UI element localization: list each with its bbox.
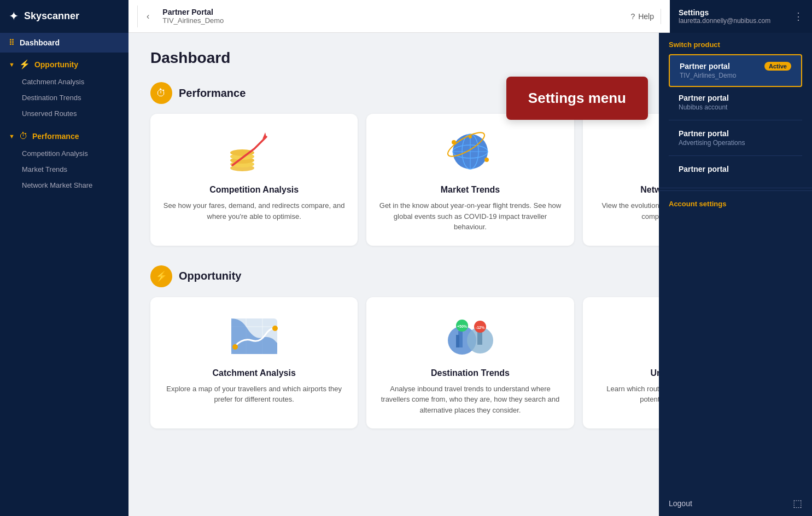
sidebar-opportunity-items: Catchment Analysis Destination Trends Un… [0, 73, 128, 125]
chevron-down-icon: ▼ [9, 61, 15, 68]
svg-text:+50%: +50% [457, 324, 468, 328]
svg-rect-25 [456, 335, 459, 347]
portal-info: Partner Portal TIV_Airlines_Demo [149, 8, 624, 25]
sidebar-item-catchment-analysis[interactable]: Catchment Analysis [22, 74, 128, 90]
opportunity-section-icon: ⚡ [150, 265, 172, 287]
brand: ✦ Skyscanner [0, 0, 128, 33]
settings-dots-icon: ⋮ [793, 10, 803, 22]
card-catchment-analysis[interactable]: Catchment Analysis Explore a map of your… [150, 297, 358, 429]
sp-item-partner-portal-1[interactable]: Partner portal Active TIV_Airlines_Demo [669, 54, 802, 87]
topbar-right: ? Help Settings lauretta.donnelly@nubibu… [624, 0, 812, 33]
competition-analysis-desc: See how your fares, demand, and redirect… [161, 200, 347, 222]
sp-main-divider [659, 190, 812, 191]
clock-icon: ⏱ [19, 131, 28, 141]
brand-title: Skyscanner [24, 10, 79, 22]
logout-button[interactable]: Logout ⬚ [659, 491, 812, 516]
sidebar-opportunity-header[interactable]: ▼ ⚡ Opportunity [0, 53, 128, 73]
help-label: Help [638, 12, 654, 21]
sidebar-item-competition-analysis[interactable]: Competition Analysis [22, 146, 128, 161]
opportunity-section-title: Opportunity [179, 270, 241, 282]
destination-trends-illustration: +50% -12% [443, 310, 498, 360]
sidebar: ⠿ Dashboard ▼ ⚡ Opportunity Catchment An… [0, 33, 128, 516]
sp-divider-2 [669, 155, 802, 156]
sidebar-item-network-market-share[interactable]: Network Market Share [22, 177, 128, 193]
sidebar-item-unserved-routes[interactable]: Unserved Routes [22, 106, 128, 121]
svg-point-22 [272, 326, 278, 331]
sp-item-3-title: Partner portal [679, 129, 792, 138]
help-icon: ? [630, 12, 635, 21]
sp-divider-1 [669, 120, 802, 120]
clock-section-icon: ⏱ [156, 88, 166, 99]
sidebar-opportunity-label: Opportunity [34, 60, 78, 69]
help-button[interactable]: ? Help [624, 9, 661, 24]
logout-icon: ⬚ [793, 497, 802, 509]
sp-item-1-title: Partner portal Active [680, 62, 791, 71]
sp-item-2-title: Partner portal [679, 94, 792, 102]
sidebar-item-market-trends[interactable]: Market Trends [22, 161, 128, 177]
sp-item-partner-portal-4[interactable]: Partner portal [669, 158, 802, 180]
market-trends-illustration [443, 127, 498, 176]
layout: ⠿ Dashboard ▼ ⚡ Opportunity Catchment An… [0, 33, 812, 516]
sidebar-performance-label: Performance [32, 132, 79, 141]
card-market-trends[interactable]: Market Trends Get in the know about year… [366, 114, 574, 246]
sidebar-item-dashboard[interactable]: ⠿ Dashboard [0, 33, 128, 53]
sp-item-partner-portal-2[interactable]: Partner portal Nubibus account [669, 87, 802, 118]
settings-info: Settings lauretta.donnelly@nubibus.com [679, 8, 770, 25]
sidebar-performance-items: Competition Analysis Market Trends Netwo… [0, 144, 128, 196]
main-content: Dashboard Settings menu ⏱ Performance [128, 33, 812, 516]
settings-button[interactable]: Settings lauretta.donnelly@nubibus.com ⋮ [670, 0, 812, 33]
sp-item-4-title: Partner portal [679, 165, 792, 173]
brand-logo: ✦ [9, 9, 19, 24]
destination-trends-desc: Analyse inbound travel trends to underst… [377, 384, 563, 416]
sp-active-badge: Active [764, 62, 791, 71]
svg-point-21 [232, 344, 238, 350]
svg-point-14 [469, 135, 472, 138]
portal-account: TIV_Airlines_Demo [162, 16, 611, 25]
settings-menu-button[interactable]: Settings menu [506, 77, 648, 120]
account-settings-button[interactable]: Account settings [659, 193, 812, 214]
sidebar-dashboard-label: Dashboard [20, 38, 60, 47]
sidebar-item-destination-trends[interactable]: Destination Trends [22, 90, 128, 106]
settings-email: lauretta.donnelly@nubibus.com [679, 17, 770, 25]
svg-text:-12%: -12% [476, 326, 485, 329]
switch-product-section: Switch product Partner portal Active TIV… [659, 33, 812, 188]
competition-analysis-illustration [227, 127, 282, 176]
sp-item-3-sub: Advertising Operations [679, 139, 792, 147]
sp-item-partner-portal-3[interactable]: Partner portal Advertising Operations [669, 123, 802, 153]
card-destination-trends[interactable]: +50% -12% Destination Trends Analyse inb… [366, 297, 574, 429]
grid-icon: ⠿ [9, 38, 14, 47]
competition-analysis-title: Competition Analysis [209, 185, 299, 195]
logout-label: Logout [669, 499, 692, 508]
settings-label: Settings [679, 8, 770, 17]
lightning-icon: ⚡ [19, 59, 30, 69]
switch-product-label: Switch product [669, 40, 802, 49]
sp-item-1-title-text: Partner portal [680, 62, 730, 71]
topbar-divider [137, 5, 138, 27]
settings-panel: Switch product Partner portal Active TIV… [659, 33, 812, 516]
catchment-analysis-title: Catchment Analysis [212, 368, 295, 378]
performance-section-title: Performance [179, 87, 246, 100]
catchment-analysis-illustration [227, 310, 282, 360]
svg-point-13 [484, 158, 489, 162]
destination-trends-title: Destination Trends [431, 368, 510, 378]
market-trends-desc: Get in the know about year-on-year fligh… [377, 200, 563, 233]
card-competition-analysis[interactable]: Competition Analysis See how your fares,… [150, 114, 358, 246]
sp-item-1-sub: TIV_Airlines_Demo [680, 72, 791, 79]
chevron-down-icon-2: ▼ [9, 133, 15, 140]
performance-section-icon: ⏱ [150, 82, 172, 104]
sp-item-2-sub: Nubibus account [679, 103, 792, 111]
market-trends-title: Market Trends [441, 185, 500, 195]
svg-point-12 [452, 140, 456, 144]
catchment-analysis-desc: Explore a map of your travellers and whi… [161, 384, 347, 405]
topbar: ✦ Skyscanner ‹ Partner Portal TIV_Airlin… [0, 0, 812, 33]
portal-name: Partner Portal [162, 8, 611, 16]
lightning-section-icon: ⚡ [155, 270, 167, 282]
sidebar-performance-header[interactable]: ▼ ⏱ Performance [0, 125, 128, 144]
